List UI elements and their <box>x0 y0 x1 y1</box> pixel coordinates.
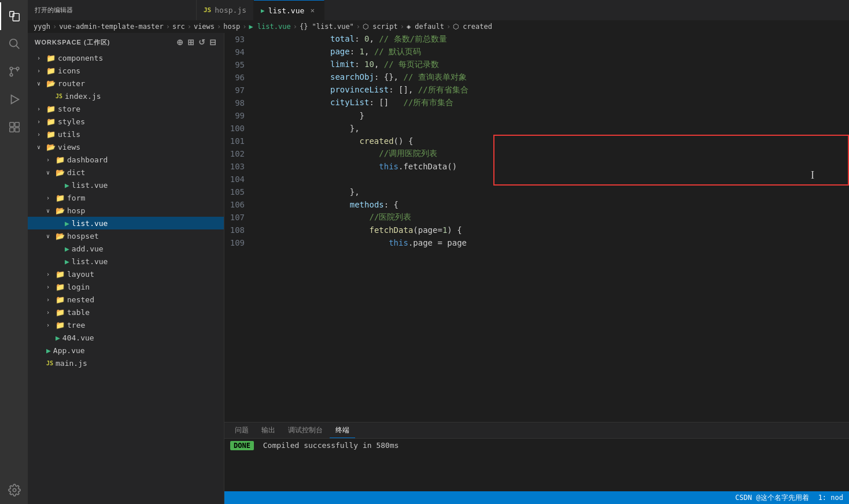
js-file-icon: JS <box>204 6 211 14</box>
folder-label: utils <box>58 130 80 139</box>
sidebar-item-login[interactable]: › 📁 login <box>28 280 224 293</box>
collapse-icon[interactable]: ⊟ <box>209 38 217 47</box>
refresh-icon[interactable]: ↺ <box>198 38 206 47</box>
folder-icon: 📁 <box>56 194 65 202</box>
sidebar-item-dict[interactable]: ∨ 📂 dict <box>28 166 224 179</box>
sidebar-item-utils[interactable]: › 📁 utils <box>28 128 224 140</box>
sidebar-item-app-vue[interactable]: ▶ App.vue <box>28 344 224 357</box>
code-line-109: 109 this.page = page <box>224 236 849 249</box>
workspace-label: WORKSPACE (工作区) <box>35 38 110 47</box>
sidebar-item-components[interactable]: › 📁 components <box>28 51 224 64</box>
folder-label: views <box>58 143 80 151</box>
sidebar-item-table[interactable]: › 📁 table <box>28 306 224 318</box>
folder-icon: 📁 <box>46 105 56 113</box>
file-label: add.vue <box>72 244 104 253</box>
csdn-text: CSDN @这个名字先用着 <box>735 493 809 503</box>
sidebar-item-form[interactable]: › 📁 form <box>28 191 224 204</box>
file-label: list.vue <box>72 219 108 228</box>
status-right: CSDN @这个名字先用着 1: nod <box>735 493 843 503</box>
tab-hosp-js-label: hosp.js <box>215 6 246 14</box>
folder-icon: 📁 <box>46 117 56 126</box>
folder-label: tree <box>67 321 85 329</box>
sidebar-item-nested[interactable]: › 📁 nested <box>28 293 224 306</box>
sidebar-item-styles[interactable]: › 📁 styles <box>28 115 224 128</box>
folder-icon: 📁 <box>56 321 65 329</box>
new-folder-icon[interactable]: ⊞ <box>187 38 195 47</box>
svg-line-3 <box>16 46 19 49</box>
svg-rect-10 <box>10 128 14 132</box>
sidebar-item-index-js[interactable]: JS index.js <box>28 90 224 102</box>
sidebar-icons: ⊕ ⊞ ↺ ⊟ <box>176 38 217 47</box>
editor-area: 93 total: 0, // 条数/前总数量 94 page: 1, // 默… <box>224 33 849 504</box>
svg-point-4 <box>10 67 13 70</box>
sidebar-item-hosp[interactable]: ∨ 📂 hosp <box>28 204 224 217</box>
tab-close-button[interactable]: ✕ <box>308 6 317 15</box>
tab-list-vue[interactable]: ▶ list.vue ✕ <box>254 0 324 20</box>
folder-label: login <box>67 283 90 291</box>
panel-tab-output[interactable]: 输出 <box>256 423 281 438</box>
js-icon: JS <box>56 93 62 99</box>
folder-label: dashboard <box>67 155 108 164</box>
folder-icon: 📂 <box>46 79 56 88</box>
compile-status: Compiled successfully in 580ms <box>263 441 399 450</box>
new-file-icon[interactable]: ⊕ <box>176 38 184 47</box>
explorer-label: 打开的编辑器 <box>35 6 73 14</box>
run-icon[interactable] <box>0 86 28 113</box>
sidebar-item-store[interactable]: › 📁 store <box>28 102 224 115</box>
sidebar-header: WORKSPACE (工作区) ⊕ ⊞ ↺ ⊟ <box>28 33 224 51</box>
panel-tab-problems[interactable]: 问题 <box>229 423 254 438</box>
folder-label: form <box>67 194 85 202</box>
folder-label: icons <box>58 66 80 75</box>
done-badge: DONE <box>230 441 254 450</box>
sidebar-item-router[interactable]: ∨ 📂 router <box>28 77 224 90</box>
folder-icon: 📂 <box>56 168 65 177</box>
source-control-icon[interactable] <box>0 58 28 86</box>
sidebar-item-404-vue[interactable]: ▶ 404.vue <box>28 331 224 344</box>
svg-rect-9 <box>15 123 19 127</box>
sidebar-item-tree[interactable]: › 📁 tree <box>28 318 224 331</box>
panel-tab-terminal[interactable]: 终端 <box>330 423 355 438</box>
file-label: 404.vue <box>62 333 94 342</box>
sidebar-item-dict-list-vue[interactable]: ▶ list.vue <box>28 179 224 191</box>
node-status: 1: nod <box>818 494 843 502</box>
folder-icon: 📂 <box>46 143 56 151</box>
folder-label: table <box>67 308 90 317</box>
activity-bar <box>0 0 28 504</box>
file-label: index.js <box>65 92 101 101</box>
explorer-icon[interactable] <box>0 2 28 30</box>
panel-tab-debug[interactable]: 调试控制台 <box>282 423 328 438</box>
sidebar-item-dashboard[interactable]: › 📁 dashboard <box>28 153 224 166</box>
panel-content: DONE Compiled successfully in 580ms <box>224 439 849 491</box>
search-icon[interactable] <box>0 30 28 58</box>
sidebar-tree: › 📁 components › 📁 icons ∨ 📂 router <box>28 51 224 504</box>
folder-icon: 📁 <box>56 295 65 304</box>
sidebar-item-add-vue[interactable]: ▶ add.vue <box>28 242 224 255</box>
folder-icon: 📁 <box>46 130 56 139</box>
tab-hosp-js[interactable]: JS hosp.js <box>197 0 254 20</box>
extensions-icon[interactable] <box>0 113 28 141</box>
folder-icon: 📁 <box>46 54 56 62</box>
settings-icon[interactable] <box>0 476 28 504</box>
file-label: list.vue <box>72 181 108 190</box>
folder-label: nested <box>67 295 94 304</box>
folder-label: hospset <box>67 232 99 240</box>
vue-icon: ▶ <box>56 333 60 342</box>
sidebar-item-main-js[interactable]: JS main.js <box>28 357 224 369</box>
sidebar-item-layout[interactable]: › 📁 layout <box>28 268 224 280</box>
folder-icon: 📁 <box>56 283 65 291</box>
folder-icon: 📁 <box>56 308 65 317</box>
main-content: WORKSPACE (工作区) ⊕ ⊞ ↺ ⊟ › 📁 components <box>28 33 849 504</box>
svg-point-2 <box>10 39 17 47</box>
code-view[interactable]: 93 total: 0, // 条数/前总数量 94 page: 1, // 默… <box>224 33 849 422</box>
sidebar-item-views[interactable]: ∨ 📂 views <box>28 140 224 153</box>
vue-icon: ▶ <box>65 219 69 228</box>
file-label: main.js <box>56 359 87 368</box>
panel-area: 问题 输出 调试控制台 终端 DONE Compiled successfull… <box>224 422 849 491</box>
vue-file-icon-active: ▶ <box>261 7 265 14</box>
sidebar-item-icons[interactable]: › 📁 icons <box>28 64 224 77</box>
sidebar-item-hosp-list-vue[interactable]: ▶ list.vue <box>28 217 224 229</box>
sidebar-item-hospset-list-vue[interactable]: ▶ list.vue <box>28 255 224 268</box>
sidebar-item-hospset[interactable]: ∨ 📂 hospset <box>28 229 224 242</box>
svg-marker-7 <box>12 95 19 104</box>
svg-rect-8 <box>10 123 14 127</box>
